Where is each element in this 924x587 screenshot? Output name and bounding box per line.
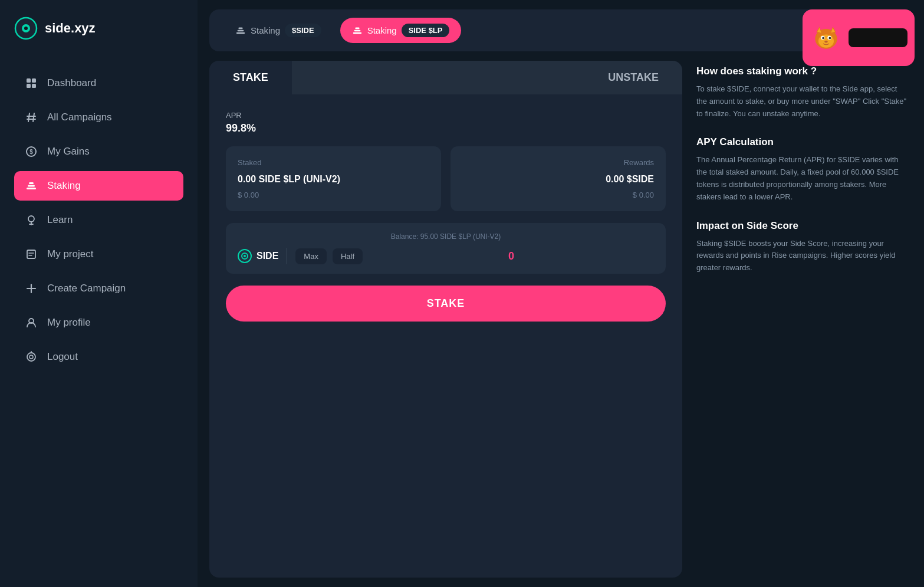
svg-point-46 [824,41,828,43]
tab-staking-lp-badge: SIDE $LP [402,24,450,37]
staked-label: Staked [238,158,429,167]
wallet-address[interactable] [849,28,907,47]
learn-icon [25,214,38,227]
sidebar-item-learn[interactable]: Learn [14,205,183,235]
hashtag-icon [25,111,38,124]
info-text-3: Staking $SIDE boosts your Side Score, in… [696,238,910,274]
sidebar-item-create-campaign[interactable]: Create Campaign [14,274,183,303]
project-icon [25,248,38,261]
token-icon [238,249,252,263]
rewards-value: 0.00 $SIDE [462,174,654,185]
create-campaign-label: Create Campaign [47,283,126,294]
tab-staking-side-badge: $SIDE [285,24,321,37]
dashboard-label: Dashboard [47,77,96,89]
input-row: SIDE Max Half 0 [238,248,654,264]
stake-tab[interactable]: STAKE [209,61,292,94]
balance-label: Balance: 95.00 SIDE $LP (UNI-V2) [238,232,654,241]
staked-box: Staked 0.00 SIDE $LP (UNI-V2) $ 0.00 [226,146,441,211]
svg-line-7 [28,113,29,122]
token-label: SIDE [257,251,278,261]
staking-card: STAKE UNSTAKE APR 99.8% Staked 0.00 SIDE… [209,61,682,578]
stake-button[interactable]: STAKE [226,286,666,322]
info-section-3: Impact on Side Score Staking $SIDE boost… [696,220,910,274]
svg-rect-29 [238,29,244,31]
dashboard-icon [25,77,38,90]
staking-label: Staking [47,180,81,192]
metamask-icon [810,21,843,54]
all-campaigns-label: All Campaigns [47,112,112,123]
sidebar-item-staking[interactable]: Staking [14,171,183,201]
logo-text: side.xyz [45,21,96,36]
side-token: SIDE [238,249,278,263]
sidebar-item-dashboard[interactable]: Dashboard [14,68,183,98]
staking-icon [25,179,38,192]
info-title-3: Impact on Side Score [696,220,910,232]
svg-rect-32 [354,29,360,31]
stake-unstake-tabs: STAKE UNSTAKE [209,61,682,94]
input-box: Balance: 95.00 SIDE $LP (UNI-V2) SIDE [226,223,666,274]
svg-rect-14 [28,185,35,187]
sidebar-item-my-gains[interactable]: $ My Gains [14,137,183,166]
logo-icon [14,17,38,40]
tab-staking-lp-label: Staking [367,25,397,35]
svg-text:$: $ [29,149,33,155]
gains-icon: $ [25,145,38,158]
half-button[interactable]: Half [333,248,363,264]
staked-value: 0.00 SIDE $LP (UNI-V2) [238,174,429,185]
metamask-svg [810,21,843,54]
my-profile-label: My profile [47,317,91,329]
rewards-label: Rewards [462,158,654,167]
tab-staking-side[interactable]: Staking $SIDE [223,18,333,43]
my-project-label: My project [47,248,93,260]
sidebar-item-all-campaigns[interactable]: All Campaigns [14,103,183,132]
rewards-usd: $ 0.00 [462,191,654,199]
apr-label: APR [226,111,666,120]
svg-rect-28 [236,32,245,34]
max-button[interactable]: Max [295,248,327,264]
info-section-1: How does staking work ? To stake $SIDE, … [696,65,910,120]
tab-staking-lp[interactable]: Staking SIDE $LP [340,18,462,43]
wallet-area[interactable] [803,9,915,66]
svg-rect-33 [355,27,359,29]
stats-row: Staked 0.00 SIDE $LP (UNI-V2) $ 0.00 Rew… [226,146,666,211]
info-section-2: APY Calculation The Annual Percentage Re… [696,136,910,203]
profile-icon [25,316,38,329]
info-title-2: APY Calculation [696,136,910,148]
main-content: Staking $SIDE Staking SIDE $LP Swap [198,0,924,587]
create-icon [25,282,38,295]
staking-area: STAKE UNSTAKE APR 99.8% Staked 0.00 SIDE… [209,61,912,578]
divider [287,248,287,264]
logo-area: side.xyz [14,17,183,40]
svg-rect-15 [29,182,34,184]
logout-label: Logout [47,351,78,363]
logout-icon [25,350,38,363]
svg-point-35 [244,255,246,257]
svg-rect-30 [238,27,242,29]
token-inner-icon [241,252,249,260]
stake-input-value[interactable]: 0 [369,250,654,263]
svg-rect-19 [27,250,35,258]
sidebar: side.xyz Dashboard All Campaigns [0,0,198,587]
rewards-box: Rewards 0.00 $SIDE $ 0.00 [451,146,666,211]
learn-label: Learn [47,214,73,226]
svg-point-25 [27,353,35,361]
staking-body: APR 99.8% Staked 0.00 SIDE $LP (UNI-V2) … [209,94,682,274]
svg-rect-3 [27,78,31,83]
info-text-1: To stake $SIDE, connect your wallet to t… [696,83,910,120]
staking-tab-icon-2 [352,25,363,36]
sidebar-item-my-project[interactable]: My project [14,240,183,269]
svg-point-26 [29,355,33,359]
svg-point-2 [24,27,28,30]
sidebar-item-logout[interactable]: Logout [14,342,183,372]
unstake-tab[interactable]: UNSTAKE [292,61,682,94]
svg-rect-13 [27,188,36,189]
tab-staking-side-label: Staking [251,25,280,35]
apr-section: APR 99.8% [226,111,666,135]
sidebar-item-my-profile[interactable]: My profile [14,308,183,337]
info-text-2: The Annual Percentage Return (APR) for $… [696,154,910,203]
my-gains-label: My Gains [47,146,90,158]
info-panel: How does staking work ? To stake $SIDE, … [694,61,912,578]
svg-rect-5 [27,84,31,88]
staked-usd: $ 0.00 [238,191,429,199]
svg-point-44 [822,37,824,40]
